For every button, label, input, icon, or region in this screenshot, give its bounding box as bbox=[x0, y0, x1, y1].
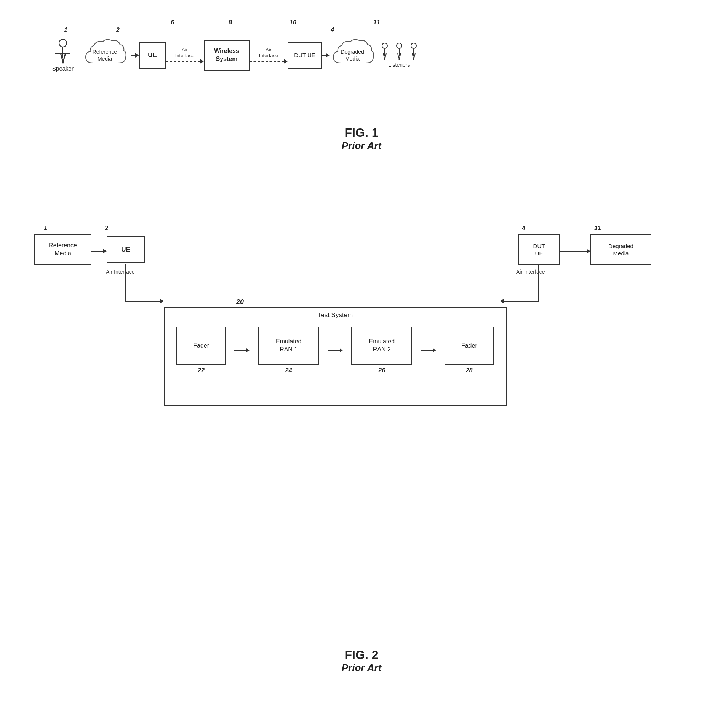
dut-ue-box: DUT UE bbox=[288, 42, 322, 69]
arrow-line-fig2-1 bbox=[91, 251, 103, 252]
fig2-label-22: 22 bbox=[198, 367, 205, 374]
fig2-dut-ue-box: DUTUE bbox=[518, 234, 560, 265]
speaker-label: Speaker bbox=[52, 65, 74, 72]
fig2-layout: 1 2 ReferenceMedia UE Air Interface 4 11 bbox=[23, 225, 700, 431]
speaker-legs bbox=[60, 54, 66, 64]
horiz-line-left bbox=[125, 301, 163, 302]
fig1-label-6: 6 bbox=[171, 19, 174, 26]
arrow-line bbox=[131, 55, 135, 56]
listener-3-legs bbox=[412, 53, 416, 60]
arrow-head-3 bbox=[326, 53, 330, 58]
listener-2-head bbox=[396, 43, 402, 49]
fig2-ue-label: UE bbox=[121, 245, 130, 254]
arrow-line-fig2-r bbox=[560, 251, 587, 252]
emulated-ran1-label: EmulatedRAN 1 bbox=[276, 338, 302, 354]
stick-leg-right bbox=[62, 53, 66, 63]
inner-arrow-3 bbox=[421, 348, 436, 352]
reference-media-cloud: ReferenceMedia bbox=[82, 36, 128, 74]
vert-line-right bbox=[538, 264, 539, 302]
fig2-ref-media-label: ReferenceMedia bbox=[49, 242, 77, 258]
test-system-inner: Fader 22 EmulatedRAN 1 24 bbox=[165, 308, 506, 385]
inner-arrow-head-1 bbox=[246, 348, 250, 352]
inner-arrow-line-1 bbox=[234, 350, 246, 351]
air-interface-2-label: AirInterface bbox=[259, 47, 278, 58]
reference-media-text: ReferenceMedia bbox=[93, 48, 117, 62]
air-interface-2-connector: AirInterface bbox=[250, 47, 288, 64]
inner-arrow-line-3 bbox=[421, 350, 433, 351]
fig1-label-11: 11 bbox=[373, 19, 380, 26]
arrow-from-test-right bbox=[500, 299, 504, 303]
fader-left-label: Fader bbox=[193, 342, 209, 350]
fig2-label-28: 28 bbox=[466, 367, 473, 374]
fig1-label-10: 10 bbox=[290, 19, 296, 26]
air-interface-1-label: AirInterface bbox=[175, 47, 195, 58]
fig2-label-11: 11 bbox=[594, 225, 601, 232]
fig2-dut-ue-label: DUTUE bbox=[533, 242, 545, 257]
fig2-label-24: 24 bbox=[285, 367, 292, 374]
emulated-ran1-box: EmulatedRAN 1 bbox=[258, 327, 319, 365]
fig2-degraded-media-box: DegradedMedia bbox=[590, 234, 651, 265]
fig1-label-4: 4 bbox=[331, 27, 334, 34]
listeners-label: Listeners bbox=[389, 62, 410, 68]
degraded-media-cloud: DegradedMedia bbox=[330, 36, 375, 74]
emulated-ran2-label: EmulatedRAN 2 bbox=[369, 338, 395, 354]
fig2-degraded-label: DegradedMedia bbox=[608, 242, 633, 257]
test-system-box: Test System Fader 22 bbox=[164, 307, 507, 406]
inner-arrow-1 bbox=[234, 348, 250, 352]
arrow-fig2-dut-degraded bbox=[560, 249, 590, 253]
dashed-line-2 bbox=[250, 61, 284, 62]
arrow-row-2 bbox=[250, 59, 288, 64]
fig2-diagram: 1 2 ReferenceMedia UE Air Interface 4 11 bbox=[23, 225, 700, 431]
fig2-label-26: 26 bbox=[378, 367, 385, 374]
arrow-head-fig2-r bbox=[587, 249, 590, 253]
listener-2 bbox=[393, 43, 405, 60]
fader-right-box: Fader bbox=[445, 327, 494, 365]
fig2-reference-media: ReferenceMedia bbox=[34, 234, 91, 265]
dut-ue-label: DUT UE bbox=[294, 51, 315, 59]
emulated-ran1-group: EmulatedRAN 1 24 bbox=[258, 327, 319, 374]
inner-arrow-head-3 bbox=[433, 348, 436, 352]
fig1-caption: FIG. 1 Prior Art bbox=[0, 126, 723, 152]
fig1-subtitle: Prior Art bbox=[0, 140, 723, 152]
arrow-fig2-ref-ue bbox=[91, 249, 107, 253]
wireless-system-box: WirelessSystem bbox=[204, 40, 250, 71]
air-interface-1-connector: AirInterface bbox=[166, 47, 204, 64]
arrow-row-1 bbox=[166, 59, 204, 64]
fig1-title: FIG. 1 bbox=[0, 126, 723, 140]
fig2-label-1: 1 bbox=[44, 225, 47, 232]
fig1-label-8: 8 bbox=[229, 19, 232, 26]
horiz-line-right bbox=[503, 301, 538, 302]
listener-2-legs bbox=[397, 53, 401, 60]
listeners-group: Listeners bbox=[379, 43, 419, 68]
fig2-label-4: 4 bbox=[522, 225, 525, 232]
listener-1-head bbox=[382, 43, 388, 49]
fig2-subtitle: Prior Art bbox=[0, 662, 723, 674]
fig2-air-interface-left-label: Air Interface bbox=[106, 269, 134, 275]
fig1-label-2: 2 bbox=[116, 27, 120, 34]
degraded-media-text: DegradedMedia bbox=[341, 48, 364, 62]
fig1-label-1: 1 bbox=[64, 27, 67, 34]
emulated-ran2-box: EmulatedRAN 2 bbox=[351, 327, 412, 365]
arrow-head bbox=[135, 53, 139, 58]
speaker-arms bbox=[55, 53, 70, 54]
arrow-ref-to-ue bbox=[131, 53, 139, 58]
fig1-diagram: 1 2 6 8 10 4 11 Speaker ReferenceMedia bbox=[23, 15, 700, 137]
wireless-system-label: WirelessSystem bbox=[214, 47, 239, 63]
speaker-head bbox=[59, 39, 67, 47]
emulated-ran2-group: EmulatedRAN 2 26 bbox=[351, 327, 412, 374]
test-system-label: Test System bbox=[318, 311, 353, 319]
arrow-into-test bbox=[160, 299, 164, 303]
fig2-air-interface-right-label: Air Interface bbox=[516, 269, 545, 275]
listener-3 bbox=[408, 43, 419, 60]
ue-box: UE bbox=[139, 42, 166, 69]
inner-arrow-2 bbox=[328, 348, 343, 352]
fig2-label-20: 20 bbox=[236, 298, 244, 306]
listener-3-head bbox=[411, 43, 417, 49]
arrow-head-1 bbox=[200, 59, 204, 64]
vert-line-left bbox=[125, 264, 126, 302]
fig2-label-2: 2 bbox=[105, 225, 108, 232]
dashed-line-1 bbox=[166, 61, 200, 62]
arrow-head-fig2-1 bbox=[103, 249, 107, 253]
fader-left-group: Fader 22 bbox=[176, 327, 226, 374]
fader-right-group: Fader 28 bbox=[445, 327, 494, 374]
